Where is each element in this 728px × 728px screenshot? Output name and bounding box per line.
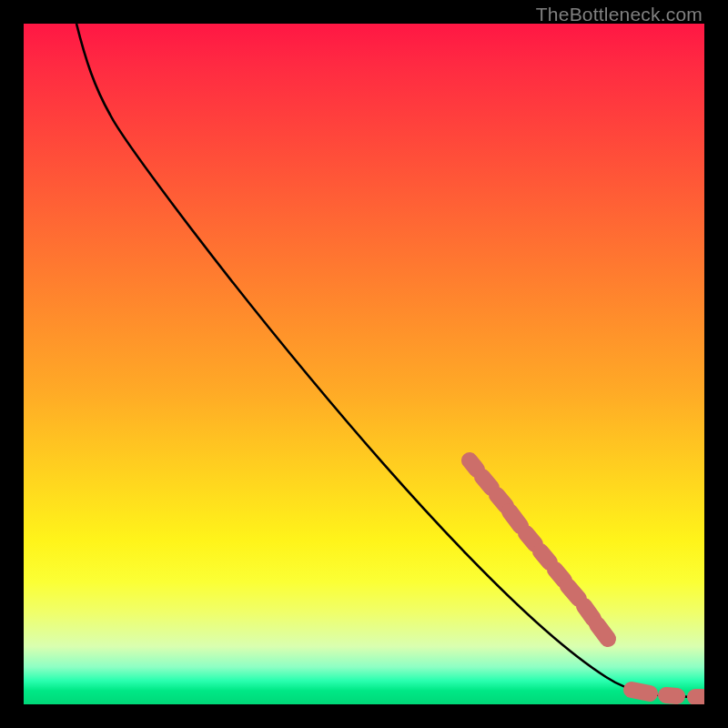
highlight-dots-upper bbox=[470, 460, 608, 639]
svg-line-1 bbox=[482, 477, 491, 488]
svg-line-5 bbox=[541, 551, 550, 562]
svg-line-7 bbox=[568, 586, 579, 599]
svg-line-10 bbox=[632, 690, 650, 693]
chart-svg bbox=[24, 24, 704, 704]
svg-line-9 bbox=[597, 624, 608, 639]
svg-line-4 bbox=[526, 533, 535, 544]
svg-line-8 bbox=[584, 606, 593, 619]
svg-line-0 bbox=[470, 460, 477, 470]
watermark-text: TheBottleneck.com bbox=[536, 4, 703, 25]
svg-line-3 bbox=[510, 511, 521, 526]
svg-line-11 bbox=[666, 695, 677, 696]
bottleneck-curve bbox=[76, 24, 704, 697]
svg-line-2 bbox=[497, 495, 506, 506]
highlight-dots-lower bbox=[632, 690, 703, 697]
chart-frame: TheBottleneck.com bbox=[0, 0, 728, 728]
svg-line-6 bbox=[555, 570, 564, 581]
plot-area bbox=[24, 24, 704, 704]
